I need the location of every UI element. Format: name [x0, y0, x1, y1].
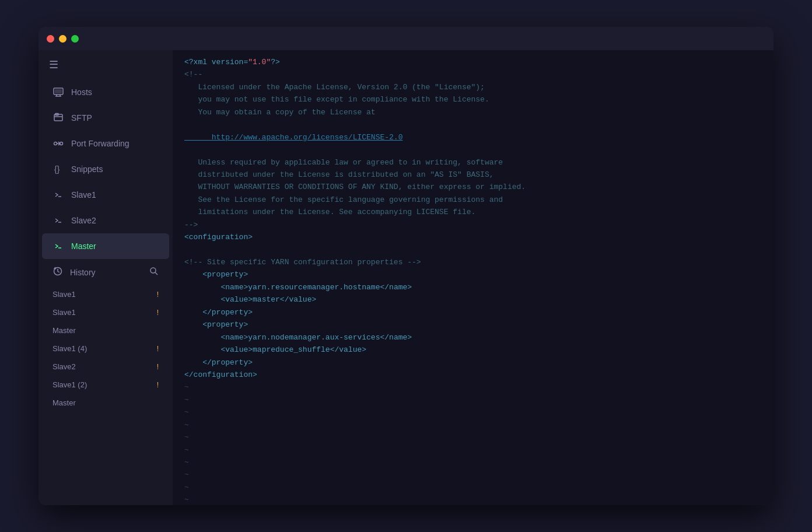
- code-line-2: <!--: [184, 68, 762, 80]
- snippets-icon: {}: [52, 163, 64, 175]
- code-tilde-1: ~: [184, 381, 762, 393]
- history-item-5[interactable]: Slave1 (2) !: [42, 376, 169, 394]
- code-line-6: [184, 118, 762, 131]
- svg-point-16: [150, 268, 156, 273]
- terminal-master-icon: [52, 240, 64, 252]
- code-line-8: [184, 144, 762, 156]
- minimize-button[interactable]: [59, 35, 66, 43]
- code-line-14: -->: [184, 219, 762, 231]
- history-item-4[interactable]: Slave2 !: [42, 358, 169, 376]
- code-line-15: <configuration>: [184, 231, 762, 243]
- history-item-name-5: Slave1 (2): [52, 380, 87, 389]
- code-line-4: you may not use this file except in comp…: [184, 93, 762, 106]
- history-warn-4: !: [157, 363, 159, 371]
- code-tilde-7: ~: [184, 456, 762, 468]
- terminal-slave1-icon: [52, 189, 64, 201]
- code-tilde-4: ~: [184, 419, 762, 431]
- code-line-20: <value>master</value>: [184, 293, 762, 306]
- history-warn-0: !: [157, 290, 159, 299]
- sidebar-item-hosts[interactable]: Hosts: [42, 79, 169, 105]
- code-tilde-10: ~: [184, 494, 762, 505]
- code-line-24: <value>mapreduce_shuffle</value>: [184, 344, 762, 356]
- sidebar-item-portfwd[interactable]: Port Forwarding: [42, 131, 169, 156]
- history-item-name-6: Master: [52, 398, 76, 407]
- history-item-1[interactable]: Slave1 !: [42, 303, 169, 321]
- code-tilde-9: ~: [184, 481, 762, 494]
- sidebar-item-master-label: Master: [71, 242, 96, 251]
- menu-icon[interactable]: ☰: [38, 52, 173, 79]
- svg-point-8: [54, 142, 57, 145]
- history-item-3[interactable]: Slave1 (4) !: [42, 340, 169, 358]
- history-label: History: [70, 268, 96, 277]
- main-window: ☰ Hosts: [38, 27, 774, 505]
- sidebar-item-snippets-label: Snippets: [71, 164, 103, 174]
- code-line-23: <name>yarn.nodemanager.aux-services</nam…: [184, 331, 762, 344]
- history-item-2[interactable]: Master: [42, 321, 169, 340]
- code-line-10: distributed under the License is distrib…: [184, 169, 762, 181]
- code-line-25: </property>: [184, 356, 762, 369]
- code-line-21: </property>: [184, 306, 762, 318]
- code-tilde-6: ~: [184, 444, 762, 456]
- traffic-lights: [47, 35, 79, 43]
- code-tilde-3: ~: [184, 406, 762, 418]
- sidebar-item-hosts-label: Hosts: [71, 88, 92, 97]
- code-line-7: http://www.apache.org/licenses/LICENSE-2…: [184, 131, 762, 144]
- code-line-3: Licensed under the Apache License, Versi…: [184, 81, 762, 93]
- code-editor[interactable]: <?xml version="1.0"?> <!-- Licensed unde…: [173, 50, 774, 505]
- svg-text:{}: {}: [54, 164, 60, 174]
- sidebar: ☰ Hosts: [38, 50, 173, 505]
- code-line-5: You may obtain a copy of the License at: [184, 106, 762, 118]
- main-content: ☰ Hosts: [38, 50, 774, 505]
- sidebar-item-sftp[interactable]: SFTP: [42, 105, 169, 131]
- code-line-16: [184, 244, 762, 256]
- sidebar-item-slave2[interactable]: Slave2: [42, 208, 169, 233]
- terminal-slave2-icon: [52, 215, 64, 226]
- sidebar-item-master[interactable]: Master: [42, 233, 169, 259]
- code-tilde-5: ~: [184, 431, 762, 443]
- history-item-name-3: Slave1 (4): [52, 344, 87, 353]
- code-line-11: WITHOUT WARRANTIES OR CONDITIONS OF ANY …: [184, 181, 762, 193]
- history-icon: [52, 266, 63, 278]
- sidebar-item-slave1[interactable]: Slave1: [42, 182, 169, 208]
- history-search-icon[interactable]: [149, 267, 159, 278]
- svg-line-17: [155, 272, 158, 275]
- code-line-19: <name>yarn.resourcemanager.hostname</nam…: [184, 281, 762, 293]
- history-warn-5: !: [157, 381, 159, 389]
- code-tilde-8: ~: [184, 468, 762, 481]
- history-warn-1: !: [157, 309, 159, 317]
- history-item-name-0: Slave1: [52, 290, 76, 299]
- history-header-left: History: [52, 266, 96, 278]
- sidebar-item-sftp-label: SFTP: [71, 113, 92, 123]
- sftp-icon: [52, 112, 64, 124]
- sidebar-item-snippets[interactable]: {} Snippets: [42, 156, 169, 182]
- code-line-1: <?xml version="1.0"?>: [184, 56, 762, 68]
- history-section-header[interactable]: History: [42, 259, 169, 285]
- code-line-12: See the License for the specific languag…: [184, 194, 762, 206]
- sidebar-item-slave1-label: Slave1: [71, 190, 96, 200]
- svg-rect-1: [55, 89, 62, 93]
- sidebar-item-portfwd-label: Port Forwarding: [71, 139, 130, 148]
- code-line-26: </configuration>: [184, 369, 762, 381]
- history-item-0[interactable]: Slave1 !: [42, 285, 169, 303]
- code-line-22: <property>: [184, 318, 762, 331]
- history-warn-3: !: [157, 345, 159, 353]
- code-tilde-2: ~: [184, 394, 762, 406]
- code-line-9: Unless required by applicable law or agr…: [184, 156, 762, 169]
- sidebar-item-slave2-label: Slave2: [71, 216, 96, 225]
- hosts-icon: [52, 86, 64, 98]
- history-item-name-4: Slave2: [52, 362, 76, 371]
- portfwd-icon: [52, 138, 64, 149]
- code-line-13: limitations under the License. See accom…: [184, 206, 762, 218]
- titlebar: [38, 27, 774, 50]
- code-line-18: <property>: [184, 268, 762, 281]
- close-button[interactable]: [47, 35, 54, 43]
- maximize-button[interactable]: [71, 35, 79, 43]
- history-item-name-2: Master: [52, 326, 76, 335]
- history-item-6[interactable]: Master: [42, 394, 169, 412]
- code-line-17: <!-- Site specific YARN configuration pr…: [184, 256, 762, 268]
- history-item-name-1: Slave1: [52, 308, 76, 317]
- history-list: Slave1 ! Slave1 ! Master Slave1 (4) ! Sl…: [38, 285, 173, 412]
